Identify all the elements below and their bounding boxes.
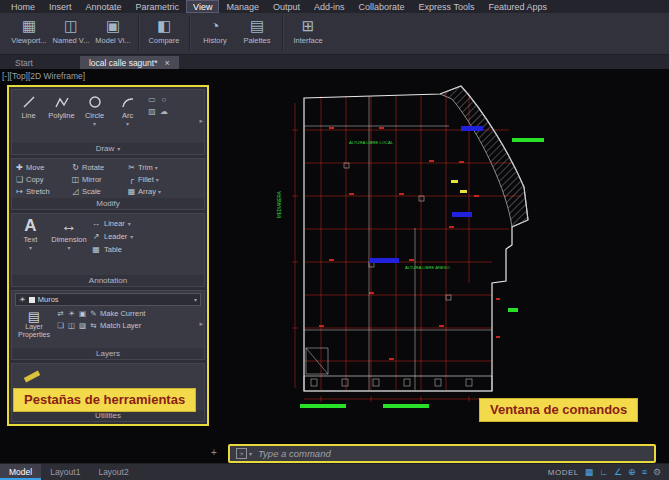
- ribbon-button-interface[interactable]: ⊞ Interface: [287, 15, 329, 53]
- ellipse-icon[interactable]: ○: [158, 95, 170, 107]
- rotate-button[interactable]: ↻Rotate: [71, 163, 125, 172]
- tab-start[interactable]: Start: [6, 56, 42, 69]
- menu-tab-addins[interactable]: Add-ins: [307, 0, 352, 13]
- polyline-button[interactable]: Polyline: [45, 90, 78, 143]
- named-views-icon: ◫: [64, 17, 78, 36]
- annotation-panel: A Text ▾ ↔ Dimension ▾ ↔Linear▾ ↗Leader▾…: [11, 213, 205, 287]
- object-snap-icon[interactable]: ⊕: [628, 467, 636, 477]
- menu-bar: Home Insert Annotate Parametric View Man…: [0, 0, 669, 13]
- line-icon: [22, 93, 36, 111]
- circle-button[interactable]: Circle ▾: [78, 90, 111, 143]
- ribbon-button-named-views[interactable]: ◫ Named V...: [50, 15, 92, 53]
- menu-tab-parametric[interactable]: Parametric: [129, 0, 187, 13]
- panel-title-label: Annotation: [89, 276, 127, 285]
- ribbon-button-model-viewports[interactable]: ▣ Model Vi...: [92, 15, 134, 53]
- tab-layout2[interactable]: Layout2: [89, 464, 137, 480]
- layer-tool-icon: ▨: [78, 321, 87, 330]
- mirror-button[interactable]: ◫Mirror: [71, 175, 125, 184]
- arc-button[interactable]: Arc ▾: [111, 90, 144, 143]
- command-line-icon[interactable]: ＞ ▾: [236, 448, 252, 459]
- menu-tab-collaborate[interactable]: Collaborate: [352, 0, 412, 13]
- layer-tool-icon: ▣: [78, 309, 87, 318]
- chevron-down-icon: ▾: [158, 188, 161, 195]
- layer-properties-button[interactable]: ▤ Layer Properties: [12, 307, 56, 348]
- command-line[interactable]: ＞ ▾ Type a command: [228, 444, 656, 463]
- panel-flyout-icon[interactable]: ▸: [199, 117, 203, 125]
- scale-icon: ◿: [71, 187, 80, 196]
- annotation-panel-title[interactable]: Annotation: [12, 275, 204, 286]
- menu-tab-annotate[interactable]: Annotate: [79, 0, 129, 13]
- layer-tool-icon: ❏: [56, 321, 65, 330]
- menu-tab-view[interactable]: View: [186, 0, 219, 13]
- rectangle-icon[interactable]: ▭: [146, 95, 158, 107]
- settings-gear-icon[interactable]: ⚙: [653, 467, 661, 477]
- tab-model[interactable]: Model: [0, 464, 41, 480]
- layer-properties-icon: ▤: [28, 309, 40, 323]
- menu-tab-featured-apps[interactable]: Featured Apps: [481, 0, 554, 13]
- modify-panel-title[interactable]: Modify: [12, 198, 204, 209]
- ribbon-button-label: History: [203, 36, 226, 45]
- ribbon-separator: [282, 17, 283, 51]
- tool-label: Text: [24, 235, 38, 244]
- draw-panel-title[interactable]: Draw ▾: [12, 143, 204, 154]
- mirror-icon: ◫: [71, 175, 80, 184]
- menu-tab-output[interactable]: Output: [266, 0, 307, 13]
- stretch-button[interactable]: ↦Stretch: [15, 187, 69, 196]
- dimension-button[interactable]: ↔ Dimension ▾: [47, 214, 91, 275]
- menu-tab-manage[interactable]: Manage: [219, 0, 266, 13]
- ribbon-button-palettes[interactable]: ▤ Palettes: [236, 15, 278, 53]
- ribbon-button-viewport-configuration[interactable]: ▦ Viewport...: [8, 15, 50, 53]
- tab-active-drawing[interactable]: local calle sagunt* ×: [80, 56, 179, 69]
- ribbon-button-compare[interactable]: ◧ Compare: [143, 15, 185, 53]
- leader-icon: ↗: [91, 232, 101, 241]
- tool-label: Arc: [122, 111, 133, 120]
- measure-icon[interactable]: [24, 371, 40, 383]
- tool-label: Fillet: [138, 175, 154, 184]
- chevron-down-icon: ▾: [128, 220, 131, 227]
- hatch-icon[interactable]: ▨: [146, 107, 158, 119]
- tool-label: Array: [138, 187, 156, 196]
- chevron-down-icon: ▾: [126, 120, 129, 127]
- ortho-icon[interactable]: ∟: [599, 467, 608, 477]
- ribbon-button-label: Model Vi...: [95, 36, 130, 45]
- polar-tracking-icon[interactable]: ∠: [614, 467, 622, 477]
- table-button[interactable]: ▦Table: [91, 245, 133, 254]
- panel-title-label: Draw: [96, 144, 115, 153]
- tool-label: Move: [26, 163, 44, 172]
- layer-tool-icon: ☀: [67, 309, 76, 318]
- linear-button[interactable]: ↔Linear▾: [91, 219, 133, 228]
- copy-button[interactable]: ❏Copy: [15, 175, 69, 184]
- grid-icon[interactable]: ▦: [585, 467, 594, 477]
- menu-tab-home[interactable]: Home: [4, 0, 42, 13]
- array-icon: ▦: [127, 187, 136, 196]
- leader-button[interactable]: ↗Leader▾: [91, 232, 133, 241]
- layer-dropdown[interactable]: ☀ Muros ▾: [15, 293, 201, 306]
- revision-cloud-icon[interactable]: ☁: [158, 107, 170, 119]
- menu-tab-insert[interactable]: Insert: [42, 0, 79, 13]
- ribbon-button-label: Interface: [293, 36, 322, 45]
- scale-button[interactable]: ◿Scale: [71, 187, 125, 196]
- move-button[interactable]: ✚Move: [15, 163, 69, 172]
- make-current-button[interactable]: ⇄ ☀ ▣ ✎ Make Current: [56, 309, 145, 318]
- ribbon-button-label: Named V...: [53, 36, 90, 45]
- fillet-button[interactable]: ╭Fillet▾: [127, 175, 181, 184]
- ribbon-button-history[interactable]: ◔ History: [194, 15, 236, 53]
- close-icon[interactable]: ×: [164, 58, 169, 68]
- trim-button[interactable]: ✂Trim▾: [127, 163, 181, 172]
- interface-icon: ⊞: [302, 17, 315, 36]
- match-layer-button[interactable]: ❏ ◫ ▨ ⇆ Match Layer: [56, 321, 145, 330]
- lineweight-icon[interactable]: ≡: [642, 467, 647, 477]
- panel-flyout-icon[interactable]: ▸: [199, 320, 203, 328]
- hatched-wall-band: [440, 86, 528, 227]
- circle-icon: [88, 93, 102, 111]
- menu-tab-express-tools[interactable]: Express Tools: [412, 0, 482, 13]
- tab-layout1[interactable]: Layout1: [41, 464, 89, 480]
- line-button[interactable]: Line: [12, 90, 45, 143]
- model-space-label[interactable]: MODEL: [548, 468, 579, 477]
- command-input[interactable]: Type a command: [258, 448, 331, 459]
- text-button[interactable]: A Text ▾: [14, 214, 47, 275]
- layers-panel-title[interactable]: Layers: [12, 348, 204, 359]
- ucs-icon: +: [211, 447, 217, 458]
- array-button[interactable]: ▦Array▾: [127, 187, 181, 196]
- viewport-controls[interactable]: [-][Top][2D Wireframe]: [2, 71, 85, 81]
